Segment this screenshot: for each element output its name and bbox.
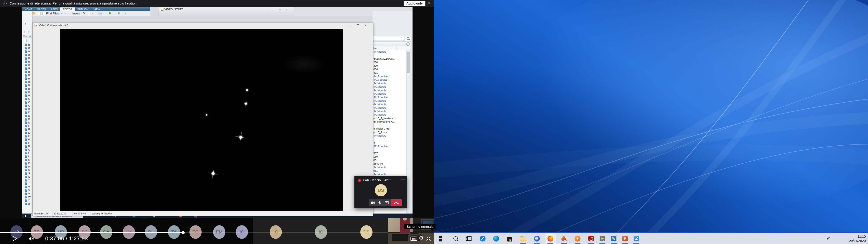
file-row[interactable]: B — [22, 91, 32, 94]
file-row[interactable]: E — [22, 131, 32, 135]
file-column-header-icon[interactable] — [24, 39, 27, 42]
file-row[interactable]: E — [22, 135, 32, 138]
file-row[interactable]: S — [22, 172, 32, 175]
back-arrow-icon[interactable]: ◄ — [23, 30, 26, 33]
taskbar-file-explorer-icon[interactable] — [518, 233, 528, 244]
workspace-value[interactable]: 491 — [373, 71, 406, 75]
video-preview-window[interactable]: Video Preview - dalsa:1 × 15:53:18.19613… — [32, 23, 373, 216]
file-row[interactable]: B — [22, 94, 32, 97]
captions-icon[interactable]: CC — [410, 237, 417, 241]
workspace-value[interactable]: 9x1 double — [373, 166, 406, 170]
taskbar-powerpoint-icon[interactable] — [620, 233, 630, 244]
participant-greta-arena[interactable]: GAGreta Arena — [100, 225, 112, 239]
back-arrow-icon[interactable]: ◄ — [60, 11, 63, 15]
taskbar-word-icon[interactable] — [609, 233, 619, 244]
file-row[interactable]: B — [22, 46, 32, 50]
file-row[interactable]: B — [22, 87, 32, 91]
expand-icon[interactable]: ▾ — [125, 12, 126, 14]
taskbar-acrobat-icon[interactable] — [586, 233, 596, 244]
file-row[interactable]: R — [22, 165, 32, 168]
search-button[interactable] — [405, 36, 411, 41]
audio-only-button[interactable]: Audio only — [404, 1, 426, 6]
workspace-value[interactable]: 507 — [373, 152, 406, 155]
file-row[interactable]: B — [22, 77, 32, 80]
taskbar-start-icon[interactable] — [437, 233, 447, 244]
participant-theo-aguessy[interactable]: TATheo Aguessy — [168, 225, 180, 239]
file-row[interactable]: V — [22, 185, 32, 189]
workspace-value[interactable]: thFileType\t4\t(X/... — [373, 120, 406, 124]
indent-icon[interactable] — [98, 12, 102, 15]
file-row[interactable]: E — [22, 138, 32, 141]
file-row[interactable]: C — [22, 97, 32, 101]
workspace-value[interactable] — [373, 54, 406, 58]
editor-window-titlebar[interactable]: VIDEO_START — ▢ × — [158, 7, 294, 16]
file-row[interactable]: B — [22, 60, 32, 63]
run-icon[interactable] — [109, 11, 112, 15]
stop-screenshare-icon[interactable] — [385, 201, 389, 205]
workspace-value[interactable]: 9x1 double — [373, 99, 406, 103]
taskbar-store-icon[interactable] — [504, 233, 515, 244]
fx-icon[interactable]: fx — [83, 11, 85, 15]
save-icon[interactable] — [37, 12, 40, 15]
file-row[interactable]: B — [22, 53, 32, 57]
file-row[interactable]: C — [22, 104, 32, 107]
insert-label[interactable]: Insert — [72, 12, 80, 15]
maximize-icon[interactable]: ▢ — [279, 8, 281, 11]
file-row[interactable]: G — [22, 148, 32, 151]
chevron-down-icon[interactable]: ▾ — [92, 12, 93, 14]
file-row[interactable]: V — [22, 189, 32, 192]
file-row[interactable]: F — [22, 145, 32, 148]
chevron-down-icon[interactable]: ▾ — [401, 37, 402, 39]
workspace-value[interactable]: 8x1 double — [373, 103, 406, 107]
file-row[interactable]: E — [22, 125, 32, 128]
taskbar-labview-icon[interactable] — [597, 233, 608, 244]
file-row[interactable]: B — [22, 202, 32, 206]
workspace-value[interactable]: 9x4 double — [373, 50, 406, 54]
settings-gear-icon[interactable]: ⚙ — [419, 235, 424, 241]
workspace-value[interactable]: 57x1 double — [373, 145, 406, 148]
participant-leonardo-verna-[interactable]: LVLeonardo Verna... — [123, 225, 135, 239]
participant-david-lastrico[interactable]: DLDavid Lastrico — [145, 225, 157, 239]
comment-icon[interactable] — [88, 12, 90, 15]
file-row[interactable]: B — [22, 67, 32, 70]
file-row[interactable]: S — [22, 168, 32, 172]
workspace-value[interactable]: 9x4 double — [373, 134, 406, 138]
progress-bar-remaining[interactable] — [183, 233, 388, 233]
banner-close-icon[interactable]: × — [428, 1, 430, 5]
file-row[interactable]: T — [22, 179, 32, 182]
file-row[interactable]: F — [22, 141, 32, 145]
file-row[interactable]: Z — [22, 199, 32, 202]
file-row[interactable]: L — [22, 155, 32, 158]
file-row[interactable]: B — [22, 50, 32, 53]
file-row[interactable]: B — [22, 74, 32, 77]
panel-menu-icon[interactable]: ▾ — [406, 42, 410, 45]
file-row[interactable]: B — [22, 70, 32, 74]
workspace-value[interactable]: \tX1\tY1\tZ1\tX2\t... — [373, 57, 406, 61]
taskbar-search-icon[interactable] — [450, 233, 461, 244]
taskbar-clock[interactable]: 11:10 29/11/2020 — [849, 234, 866, 243]
workspace-value[interactable]: 284e-04 — [373, 162, 406, 166]
file-row[interactable]: B — [22, 43, 32, 46]
progress-handle[interactable] — [182, 231, 185, 234]
hangup-button[interactable] — [391, 199, 402, 206]
workspace-value[interactable]: o_inizioFC.trc' — [373, 127, 406, 131]
workspace-value[interactable]: 051 — [373, 159, 406, 163]
workspace-value[interactable]: 561 — [373, 169, 406, 173]
taskbar-matlab-icon[interactable] — [559, 233, 569, 244]
participant-ivan-carro[interactable]: ICIvan Carro — [236, 225, 248, 239]
file-row[interactable]: C — [22, 101, 32, 104]
file-row[interactable]: B — [22, 63, 32, 67]
workspace-value[interactable]: 9x1 double — [373, 85, 406, 89]
workspace-value[interactable]: 9x1 double — [373, 110, 406, 113]
workspace-column-header[interactable]: lue — [373, 46, 410, 50]
file-row[interactable]: D — [22, 107, 32, 111]
microphone-icon[interactable] — [378, 201, 381, 205]
taskbar-thunderbird-icon[interactable] — [532, 233, 542, 244]
file-row[interactable]: I — [22, 151, 32, 155]
file-row[interactable]: E — [22, 128, 32, 131]
participant-elisa-misley[interactable]: EMElisa Misley — [213, 225, 225, 239]
close-icon[interactable]: × — [364, 23, 366, 27]
forward-arrow-icon[interactable]: ► — [64, 11, 67, 15]
file-row[interactable]: S — [22, 175, 32, 179]
file-row[interactable]: W — [22, 196, 32, 199]
